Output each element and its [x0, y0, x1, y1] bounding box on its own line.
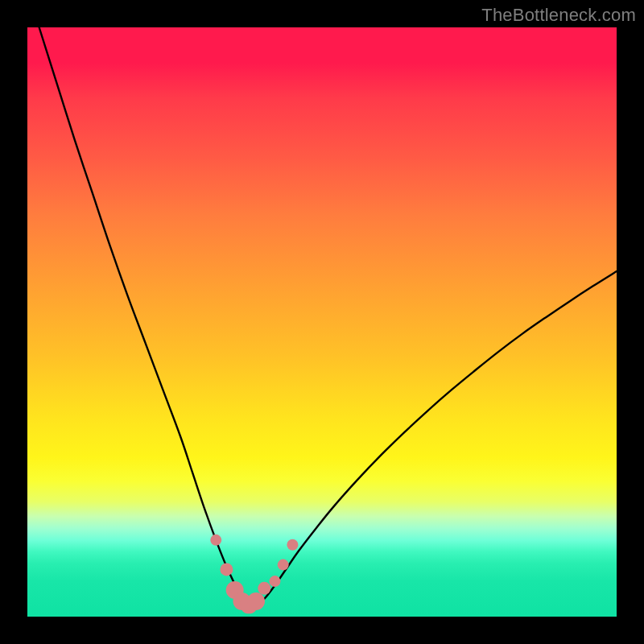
curve-markers [210, 535, 298, 614]
curve-marker [278, 559, 289, 571]
bottleneck-curve [39, 27, 617, 606]
curve-marker [220, 563, 233, 576]
curve-marker [287, 539, 298, 551]
chart-plot-area [27, 27, 617, 617]
curve-marker [247, 592, 265, 610]
curve-marker [210, 535, 221, 546]
curve-marker [269, 576, 280, 587]
chart-frame: TheBottleneck.com [0, 0, 644, 644]
watermark-text: TheBottleneck.com [481, 5, 636, 26]
chart-svg [27, 27, 617, 617]
curve-marker [258, 582, 270, 595]
